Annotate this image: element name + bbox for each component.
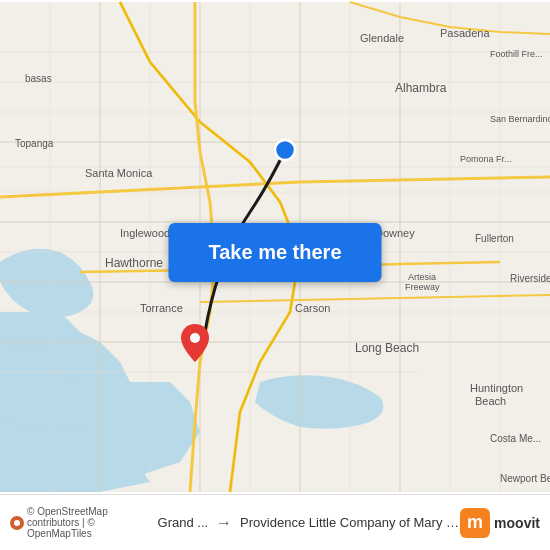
moovit-text: moovit bbox=[494, 515, 540, 531]
take-me-there-button[interactable]: Take me there bbox=[168, 223, 381, 282]
bottom-bar: © OpenStreetMap contributors | © OpenMap… bbox=[0, 494, 550, 550]
to-label: Providence Little Company of Mary Medi..… bbox=[240, 515, 460, 530]
svg-point-53 bbox=[190, 333, 200, 343]
svg-text:San Bernardino: San Bernardino bbox=[490, 114, 550, 124]
svg-text:Topanga: Topanga bbox=[15, 138, 54, 149]
svg-text:basas: basas bbox=[25, 73, 52, 84]
svg-text:Torrance: Torrance bbox=[140, 302, 183, 314]
svg-text:Newport Be...: Newport Be... bbox=[500, 473, 550, 484]
svg-text:Riverside: Riverside bbox=[510, 273, 550, 284]
svg-text:Fullerton: Fullerton bbox=[475, 233, 514, 244]
svg-text:Freeway: Freeway bbox=[405, 282, 440, 292]
attribution-osm: © OpenStreetMap contributors | © OpenMap… bbox=[10, 506, 158, 539]
from-label: Grand ... bbox=[158, 515, 209, 530]
svg-text:Glendale: Glendale bbox=[360, 32, 404, 44]
svg-text:Inglewood: Inglewood bbox=[120, 227, 170, 239]
app: Glendale Pasadena Alhambra basas Topanga… bbox=[0, 0, 550, 550]
svg-text:Long Beach: Long Beach bbox=[355, 341, 419, 355]
map-container: Glendale Pasadena Alhambra basas Topanga… bbox=[0, 0, 550, 494]
svg-text:Pasadena: Pasadena bbox=[440, 27, 490, 39]
svg-text:Pomona Fr...: Pomona Fr... bbox=[460, 154, 512, 164]
svg-text:Hawthorne: Hawthorne bbox=[105, 256, 163, 270]
attribution: © OpenStreetMap contributors | © OpenMap… bbox=[10, 506, 158, 539]
svg-text:Foothill Fre...: Foothill Fre... bbox=[490, 49, 543, 59]
route-info: Grand ... → Providence Little Company of… bbox=[158, 514, 461, 532]
svg-text:Beach: Beach bbox=[475, 395, 506, 407]
moovit-logo: m moovit bbox=[460, 508, 540, 538]
svg-text:Alhambra: Alhambra bbox=[395, 81, 447, 95]
arrow-icon: → bbox=[216, 514, 232, 532]
osm-icon bbox=[10, 516, 24, 530]
svg-point-52 bbox=[275, 140, 295, 160]
svg-text:Santa Monica: Santa Monica bbox=[85, 167, 153, 179]
svg-text:Huntington: Huntington bbox=[470, 382, 523, 394]
moovit-m-icon: m bbox=[460, 508, 490, 538]
svg-text:Carson: Carson bbox=[295, 302, 330, 314]
attribution-text: © OpenStreetMap contributors | © OpenMap… bbox=[27, 506, 158, 539]
svg-text:Artesia: Artesia bbox=[408, 272, 436, 282]
svg-text:Costa Me...: Costa Me... bbox=[490, 433, 541, 444]
